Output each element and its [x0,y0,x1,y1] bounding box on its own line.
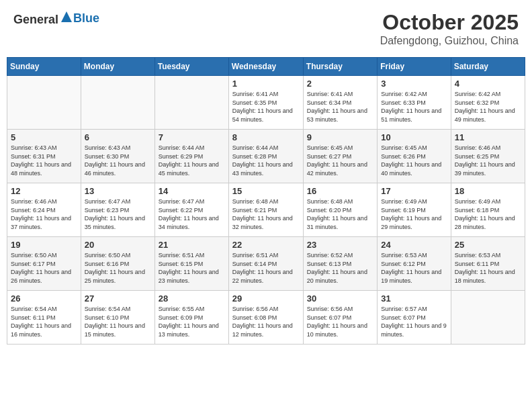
day-number: 8 [232,132,300,142]
day-cell-5: 5Sunrise: 6:43 AM Sunset: 6:31 PM Daylig… [7,130,81,183]
day-number: 17 [381,186,447,196]
day-info: Sunrise: 6:46 AM Sunset: 6:25 PM Dayligh… [455,144,521,177]
day-number: 6 [85,132,151,142]
day-info: Sunrise: 6:51 AM Sunset: 6:14 PM Dayligh… [232,251,300,285]
day-cell-30: 30Sunrise: 6:56 AM Sunset: 6:07 PM Dayli… [303,291,377,345]
day-number: 15 [232,186,300,196]
day-info: Sunrise: 6:47 AM Sunset: 6:23 PM Dayligh… [85,197,151,231]
day-info: Sunrise: 6:44 AM Sunset: 6:28 PM Dayligh… [232,144,300,177]
month-title: October 2025 [380,10,519,35]
day-number: 14 [159,186,225,196]
week-row-4: 19Sunrise: 6:50 AM Sunset: 6:17 PM Dayli… [7,237,525,291]
day-info: Sunrise: 6:51 AM Sunset: 6:15 PM Dayligh… [159,251,225,285]
day-cell-12: 12Sunrise: 6:46 AM Sunset: 6:24 PM Dayli… [7,183,81,237]
day-number: 21 [159,240,225,250]
logo-icon [60,10,73,24]
week-row-2: 5Sunrise: 6:43 AM Sunset: 6:31 PM Daylig… [7,130,525,183]
day-info: Sunrise: 6:44 AM Sunset: 6:29 PM Dayligh… [159,144,225,177]
day-info: Sunrise: 6:41 AM Sunset: 6:35 PM Dayligh… [232,90,300,124]
day-info: Sunrise: 6:48 AM Sunset: 6:20 PM Dayligh… [307,197,373,231]
day-info: Sunrise: 6:56 AM Sunset: 6:08 PM Dayligh… [232,305,300,338]
day-cell-15: 15Sunrise: 6:48 AM Sunset: 6:21 PM Dayli… [228,183,303,237]
day-number: 22 [232,240,300,250]
day-cell-23: 23Sunrise: 6:52 AM Sunset: 6:13 PM Dayli… [303,237,377,291]
day-info: Sunrise: 6:45 AM Sunset: 6:27 PM Dayligh… [307,144,373,177]
empty-cell [451,291,525,345]
day-info: Sunrise: 6:41 AM Sunset: 6:34 PM Dayligh… [307,90,373,124]
day-number: 13 [85,186,151,196]
day-number: 1 [232,79,300,89]
day-number: 19 [11,240,77,250]
day-info: Sunrise: 6:48 AM Sunset: 6:21 PM Dayligh… [232,197,300,231]
weekday-header-thursday: Thursday [303,58,377,76]
day-number: 20 [85,240,151,250]
calendar-table: SundayMondayTuesdayWednesdayThursdayFrid… [7,57,525,345]
day-number: 30 [307,293,373,304]
day-cell-31: 31Sunrise: 6:57 AM Sunset: 6:07 PM Dayli… [378,291,451,345]
day-number: 18 [455,186,521,196]
day-number: 23 [307,240,373,250]
day-number: 31 [381,293,447,304]
day-cell-3: 3Sunrise: 6:42 AM Sunset: 6:33 PM Daylig… [378,76,451,130]
day-info: Sunrise: 6:47 AM Sunset: 6:22 PM Dayligh… [159,197,225,231]
empty-cell [7,76,81,130]
day-info: Sunrise: 6:52 AM Sunset: 6:13 PM Dayligh… [307,251,373,285]
day-info: Sunrise: 6:53 AM Sunset: 6:11 PM Dayligh… [455,251,521,285]
day-cell-10: 10Sunrise: 6:45 AM Sunset: 6:26 PM Dayli… [378,130,451,183]
day-info: Sunrise: 6:53 AM Sunset: 6:12 PM Dayligh… [381,251,447,285]
logo-general: General [13,13,58,26]
empty-cell [81,76,154,130]
weekday-header-friday: Friday [378,58,451,76]
day-cell-19: 19Sunrise: 6:50 AM Sunset: 6:17 PM Dayli… [7,237,81,291]
empty-cell [154,76,228,130]
day-cell-27: 27Sunrise: 6:54 AM Sunset: 6:10 PM Dayli… [81,291,154,345]
day-number: 3 [381,79,447,89]
day-cell-6: 6Sunrise: 6:43 AM Sunset: 6:30 PM Daylig… [81,130,154,183]
day-number: 29 [232,293,300,304]
day-info: Sunrise: 6:49 AM Sunset: 6:19 PM Dayligh… [381,197,447,231]
day-cell-14: 14Sunrise: 6:47 AM Sunset: 6:22 PM Dayli… [154,183,228,237]
weekday-header-tuesday: Tuesday [154,58,228,76]
week-row-3: 12Sunrise: 6:46 AM Sunset: 6:24 PM Dayli… [7,183,525,237]
day-number: 12 [11,186,77,196]
day-cell-17: 17Sunrise: 6:49 AM Sunset: 6:19 PM Dayli… [378,183,451,237]
day-info: Sunrise: 6:46 AM Sunset: 6:24 PM Dayligh… [11,197,77,231]
day-info: Sunrise: 6:42 AM Sunset: 6:33 PM Dayligh… [381,90,447,124]
day-cell-28: 28Sunrise: 6:55 AM Sunset: 6:09 PM Dayli… [154,291,228,345]
title-block: October 2025 Dafengdong, Guizhou, China [380,10,519,47]
weekday-header-monday: Monday [81,58,154,76]
day-number: 4 [455,79,521,89]
day-info: Sunrise: 6:56 AM Sunset: 6:07 PM Dayligh… [307,305,373,338]
day-number: 11 [455,132,521,142]
day-info: Sunrise: 6:50 AM Sunset: 6:17 PM Dayligh… [11,251,77,285]
weekday-header-wednesday: Wednesday [228,58,303,76]
weekday-header-row: SundayMondayTuesdayWednesdayThursdayFrid… [7,58,525,76]
day-info: Sunrise: 6:54 AM Sunset: 6:10 PM Dayligh… [85,305,151,338]
day-number: 25 [455,240,521,250]
day-info: Sunrise: 6:49 AM Sunset: 6:18 PM Dayligh… [455,197,521,231]
day-cell-16: 16Sunrise: 6:48 AM Sunset: 6:20 PM Dayli… [303,183,377,237]
day-cell-11: 11Sunrise: 6:46 AM Sunset: 6:25 PM Dayli… [451,130,525,183]
day-cell-25: 25Sunrise: 6:53 AM Sunset: 6:11 PM Dayli… [451,237,525,291]
day-info: Sunrise: 6:57 AM Sunset: 6:07 PM Dayligh… [381,305,447,338]
day-info: Sunrise: 6:45 AM Sunset: 6:26 PM Dayligh… [381,144,447,177]
day-cell-7: 7Sunrise: 6:44 AM Sunset: 6:29 PM Daylig… [154,130,228,183]
day-info: Sunrise: 6:43 AM Sunset: 6:30 PM Dayligh… [85,144,151,177]
day-cell-20: 20Sunrise: 6:50 AM Sunset: 6:16 PM Dayli… [81,237,154,291]
day-number: 10 [381,132,447,142]
day-number: 2 [307,79,373,89]
day-cell-13: 13Sunrise: 6:47 AM Sunset: 6:23 PM Dayli… [81,183,154,237]
week-row-5: 26Sunrise: 6:54 AM Sunset: 6:11 PM Dayli… [7,291,525,345]
day-number: 16 [307,186,373,196]
weekday-header-saturday: Saturday [451,58,525,76]
day-number: 7 [159,132,225,142]
weekday-header-sunday: Sunday [7,58,81,76]
day-number: 28 [159,293,225,304]
day-cell-29: 29Sunrise: 6:56 AM Sunset: 6:08 PM Dayli… [228,291,303,345]
day-cell-26: 26Sunrise: 6:54 AM Sunset: 6:11 PM Dayli… [7,291,81,345]
day-cell-2: 2Sunrise: 6:41 AM Sunset: 6:34 PM Daylig… [303,76,377,130]
day-cell-4: 4Sunrise: 6:42 AM Sunset: 6:32 PM Daylig… [451,76,525,130]
day-cell-1: 1Sunrise: 6:41 AM Sunset: 6:35 PM Daylig… [228,76,303,130]
day-info: Sunrise: 6:50 AM Sunset: 6:16 PM Dayligh… [85,251,151,285]
day-cell-8: 8Sunrise: 6:44 AM Sunset: 6:28 PM Daylig… [228,130,303,183]
